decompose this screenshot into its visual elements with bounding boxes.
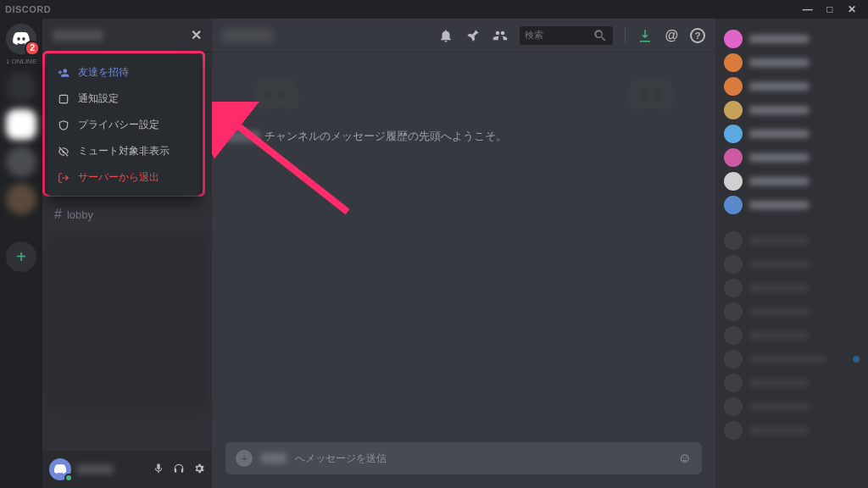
member-item[interactable] <box>721 347 863 371</box>
hash-icon: # <box>54 207 62 222</box>
message-placeholder: へメッセージを送信 <box>295 452 387 466</box>
member-item[interactable] <box>721 98 863 122</box>
eye-off-icon <box>58 146 70 158</box>
channel-sidebar: ✕ 友達を招待 通知設定 プライバシー設定 ミュート対象非表示 <box>42 19 212 488</box>
channel-name: lobby <box>67 208 93 221</box>
bell-settings-icon <box>58 93 70 105</box>
window-maximize-button[interactable]: □ <box>819 3 841 15</box>
member-item[interactable] <box>721 122 863 146</box>
window-minimize-button[interactable]: — <box>797 3 819 15</box>
add-server-button[interactable]: + <box>6 241 36 272</box>
server-name-blurred <box>53 30 103 42</box>
member-item[interactable] <box>721 252 863 276</box>
microphone-icon <box>153 463 164 474</box>
server-rail: 2 1 ONLINE + <box>0 19 42 488</box>
menu-privacy-settings[interactable]: プライバシー設定 <box>47 112 200 138</box>
member-item[interactable] <box>721 27 863 51</box>
chat-area: 検索 @ ? チャンネルのメッセージ履歴の先頭へようこそ。 + へメッ <box>212 19 715 488</box>
window-close-button[interactable]: ✕ <box>841 3 863 15</box>
search-input[interactable]: 検索 <box>520 26 613 45</box>
member-item[interactable] <box>721 300 863 324</box>
person-plus-icon <box>58 67 70 79</box>
server-avatar[interactable] <box>6 147 36 177</box>
menu-notification-settings[interactable]: 通知設定 <box>47 86 200 112</box>
channel-title-blurred <box>222 29 273 42</box>
menu-leave-server[interactable]: サーバーから退出 <box>47 164 200 191</box>
download-icon[interactable] <box>637 28 653 43</box>
self-username-blurred <box>76 464 114 474</box>
menu-hide-muted[interactable]: ミュート対象非表示 <box>47 138 200 164</box>
member-item[interactable] <box>721 75 863 98</box>
member-item[interactable] <box>721 324 863 347</box>
member-item[interactable] <box>721 146 863 169</box>
member-item[interactable] <box>721 371 863 395</box>
search-placeholder: 検索 <box>525 29 593 42</box>
chat-body: チャンネルのメッセージ履歴の先頭へようこそ。 <box>212 53 715 442</box>
status-online-icon <box>64 474 73 482</box>
gear-icon <box>193 463 205 474</box>
self-avatar[interactable] <box>49 458 71 480</box>
status-dot-icon <box>853 356 860 363</box>
discord-logo-icon <box>626 69 676 120</box>
attach-button[interactable]: + <box>236 450 253 467</box>
headphones-icon <box>173 463 185 474</box>
divider <box>625 27 626 44</box>
brand-label: DISCORD <box>5 4 51 14</box>
sidebar-blurred-content <box>47 239 207 408</box>
server-avatar[interactable] <box>6 184 36 214</box>
menu-label: 通知設定 <box>78 92 119 106</box>
user-settings-button[interactable] <box>193 463 205 477</box>
channel-name-blurred <box>225 130 259 142</box>
titlebar: DISCORD — □ ✕ <box>0 0 868 19</box>
server-avatar[interactable] <box>6 72 36 103</box>
message-input[interactable]: + へメッセージを送信 ☺ <box>225 442 702 474</box>
member-item[interactable] <box>721 395 863 419</box>
member-item[interactable] <box>721 51 863 75</box>
chat-header: 検索 @ ? <box>212 19 715 53</box>
bell-icon[interactable] <box>438 28 453 43</box>
deafen-button[interactable] <box>173 463 185 477</box>
close-icon[interactable]: ✕ <box>191 27 202 43</box>
svg-rect-0 <box>59 95 67 103</box>
menu-invite-friends[interactable]: 友達を招待 <box>47 59 200 86</box>
members-icon[interactable] <box>492 28 508 43</box>
menu-label: サーバーから退出 <box>78 170 159 185</box>
online-count-label: 1 ONLINE <box>6 58 36 65</box>
welcome-decoration <box>225 69 702 129</box>
menu-label: ミュート対象非表示 <box>78 144 170 158</box>
member-item[interactable] <box>721 276 863 300</box>
home-badge: 2 <box>25 41 40 56</box>
member-item[interactable] <box>721 193 863 217</box>
member-item[interactable] <box>721 419 863 442</box>
server-header[interactable]: ✕ <box>42 19 212 53</box>
members-list <box>715 19 868 488</box>
help-button[interactable]: ? <box>690 28 705 43</box>
discord-logo-icon <box>251 69 302 120</box>
server-avatar-selected[interactable] <box>6 109 36 140</box>
menu-label: 友達を招待 <box>78 65 129 80</box>
welcome-text: チャンネルのメッセージ履歴の先頭へようこそ。 <box>264 129 507 144</box>
leave-icon <box>58 172 70 184</box>
member-item[interactable] <box>721 229 863 252</box>
search-icon <box>593 28 608 43</box>
user-panel <box>42 451 212 488</box>
menu-label: プライバシー設定 <box>78 118 159 132</box>
channel-item-lobby[interactable]: # lobby <box>47 203 207 225</box>
shield-icon <box>58 119 70 131</box>
server-dropdown-menu: 友達を招待 通知設定 プライバシー設定 ミュート対象非表示 サーバーから退出 <box>47 54 200 196</box>
home-button[interactable]: 2 <box>6 24 36 54</box>
channel-name-blurred <box>261 453 287 463</box>
emoji-button[interactable]: ☺ <box>678 451 692 466</box>
mute-mic-button[interactable] <box>153 463 164 477</box>
welcome-message: チャンネルのメッセージ履歴の先頭へようこそ。 <box>225 129 702 144</box>
member-item[interactable] <box>721 169 863 193</box>
pin-icon[interactable] <box>465 28 481 43</box>
mentions-button[interactable]: @ <box>665 28 678 43</box>
